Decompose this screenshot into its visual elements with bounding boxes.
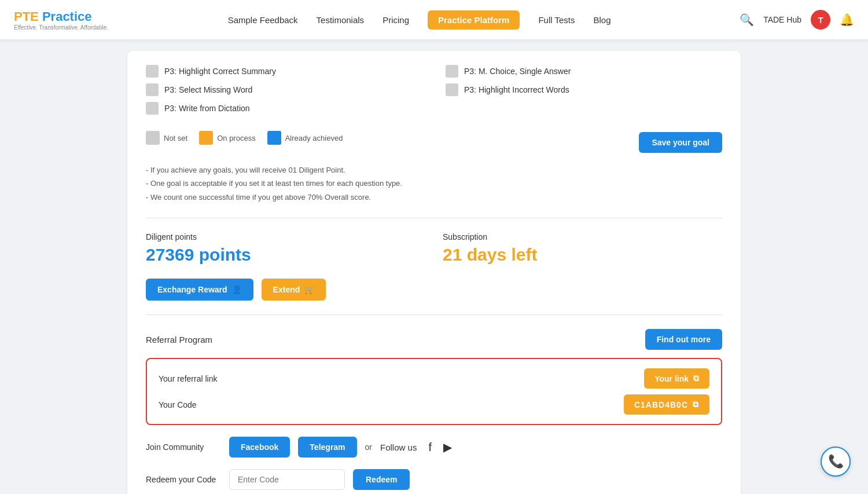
legend-not-set: Not set [146, 131, 187, 145]
extend-button[interactable]: Extend 🛒 [262, 279, 326, 301]
find-out-more-button[interactable]: Find out more [645, 329, 722, 350]
logo-pte: PTE [14, 9, 42, 24]
question-checkbox-1[interactable] [446, 65, 458, 78]
info-text: - If you achieve any goals, you will rec… [146, 163, 722, 204]
question-row-1: P3: M. Choice, Single Answer [446, 65, 722, 78]
nav-pricing[interactable]: Pricing [382, 15, 409, 25]
legend-achieved-label: Already achieved [285, 134, 343, 142]
question-row-0: P3: Highlight Correct Summary [146, 65, 422, 78]
redeem-label: Redeem your Code [146, 475, 221, 484]
question-row-4: P3: Write from Dictation [146, 102, 422, 115]
points-label: Diligent points [146, 232, 425, 241]
main-content: P3: Highlight Correct Summary P3: M. Cho… [116, 39, 752, 494]
extend-label: Extend [273, 285, 300, 294]
referral-header: Referral Program Find out more [146, 329, 722, 350]
subscription-section: Subscription 21 days left [443, 232, 722, 265]
legend-on-process-label: On process [217, 134, 255, 142]
divider-1 [146, 218, 722, 218]
cart-icon: 🛒 [304, 285, 314, 294]
referral-section: Referral Program Find out more Your refe… [146, 329, 722, 494]
telegram-button[interactable]: Telegram [298, 437, 356, 458]
days-value: 21 days left [443, 245, 722, 265]
question-checkbox-4[interactable] [146, 102, 159, 115]
logo-title: PTE Practice [14, 9, 108, 24]
follow-us-text: Follow us [380, 442, 417, 452]
info-line-2: - We count one successful time if you ge… [146, 191, 722, 204]
points-subscription-row: Diligent points 27369 points Subscriptio… [146, 232, 722, 265]
legend-not-set-label: Not set [164, 134, 187, 142]
referral-link-label: Your referral link [159, 374, 217, 383]
points-section: Diligent points 27369 points [146, 232, 425, 265]
legend-box-achieved [267, 131, 281, 145]
facebook-icon[interactable]: f [428, 441, 432, 454]
phone-fab-button[interactable]: 📞 [821, 447, 851, 477]
logo[interactable]: PTE Practice Effective. Transformative. … [14, 9, 108, 31]
divider-2 [146, 314, 722, 315]
nav-links: Sample Feedback Testimonials Pricing Pra… [108, 10, 730, 30]
nav-blog[interactable]: Blog [593, 15, 610, 25]
question-checkbox-0[interactable] [146, 65, 159, 78]
question-label-0: P3: Highlight Correct Summary [164, 67, 276, 76]
nav-full-tests[interactable]: Full Tests [538, 15, 575, 25]
question-label-3: P3: Highlight Incorrect Words [464, 85, 569, 94]
question-label-1: P3: M. Choice, Single Answer [464, 67, 571, 76]
question-row-2: P3: Select Missing Word [146, 83, 422, 96]
redeem-button[interactable]: Redeem [353, 469, 410, 490]
questions-card: P3: Highlight Correct Summary P3: M. Cho… [127, 51, 741, 494]
referral-code-label: Your Code [159, 400, 197, 409]
your-link-label: Your link [654, 374, 689, 383]
avatar[interactable]: T [811, 10, 830, 30]
question-grid: P3: Highlight Correct Summary P3: M. Cho… [146, 65, 722, 131]
save-goal-button[interactable]: Save your goal [639, 132, 722, 153]
referral-code-row: Your Code C1ABD4B0C ⧉ [159, 394, 709, 415]
points-value: 27369 points [146, 245, 425, 265]
copy-code-icon: ⧉ [693, 400, 699, 409]
logo-subtitle: Effective. Transformative. Affordable. [14, 24, 108, 31]
question-checkbox-3[interactable] [446, 83, 458, 96]
question-row-3: P3: Highlight Incorrect Words [446, 83, 722, 96]
nav-practice-platform[interactable]: Practice Platform [428, 10, 520, 30]
your-link-button[interactable]: Your link ⧉ [644, 368, 709, 389]
community-row: Join Community Facebook Telegram or Foll… [146, 437, 722, 458]
referral-code-value: C1ABD4B0C [634, 400, 688, 409]
navbar: PTE Practice Effective. Transformative. … [0, 0, 868, 39]
info-line-1: - One goal is acceptable if you set it a… [146, 177, 722, 190]
legend-save-row: Not set On process Already achieved Save… [146, 131, 722, 154]
info-line-0: - If you achieve any goals, you will rec… [146, 163, 722, 177]
legend-row: Not set On process Already achieved [146, 131, 343, 145]
legend-box-not-set [146, 131, 160, 145]
user-icon: 👤 [232, 285, 242, 294]
nav-testimonials[interactable]: Testimonials [317, 15, 365, 25]
subscription-label: Subscription [443, 232, 722, 241]
nav-sample-feedback[interactable]: Sample Feedback [228, 15, 298, 25]
referral-title: Referral Program [146, 335, 212, 345]
referral-box: Your referral link Your link ⧉ Your Code… [146, 358, 722, 425]
redeem-input[interactable] [229, 469, 345, 490]
user-name: TADE Hub [763, 15, 801, 24]
search-icon[interactable]: 🔍 [740, 13, 754, 27]
question-checkbox-2[interactable] [146, 83, 159, 96]
legend-achieved: Already achieved [267, 131, 343, 145]
action-btn-row: Exchange Reward 👤 Extend 🛒 [146, 279, 722, 301]
legend-on-process: On process [199, 131, 255, 145]
question-label-4: P3: Write from Dictation [164, 104, 250, 113]
redeem-row: Redeem your Code Redeem [146, 469, 722, 490]
legend-box-on-process [199, 131, 213, 145]
or-text: or [365, 442, 372, 452]
copy-code-button[interactable]: C1ABD4B0C ⧉ [624, 394, 709, 415]
exchange-reward-button[interactable]: Exchange Reward 👤 [146, 279, 253, 301]
phone-icon: 📞 [828, 454, 844, 469]
exchange-reward-label: Exchange Reward [157, 285, 227, 294]
youtube-icon[interactable]: ▶ [443, 440, 452, 454]
notification-bell-icon[interactable]: 🔔 [840, 13, 854, 27]
referral-link-row: Your referral link Your link ⧉ [159, 368, 709, 389]
community-label: Join Community [146, 442, 221, 452]
question-label-2: P3: Select Missing Word [164, 85, 252, 94]
facebook-button[interactable]: Facebook [229, 437, 290, 458]
nav-right: 🔍 TADE Hub T 🔔 [740, 10, 854, 30]
logo-practice: Practice [42, 9, 92, 24]
question-list: P3: Highlight Correct Summary P3: M. Cho… [146, 65, 722, 115]
copy-link-icon: ⧉ [693, 374, 699, 383]
